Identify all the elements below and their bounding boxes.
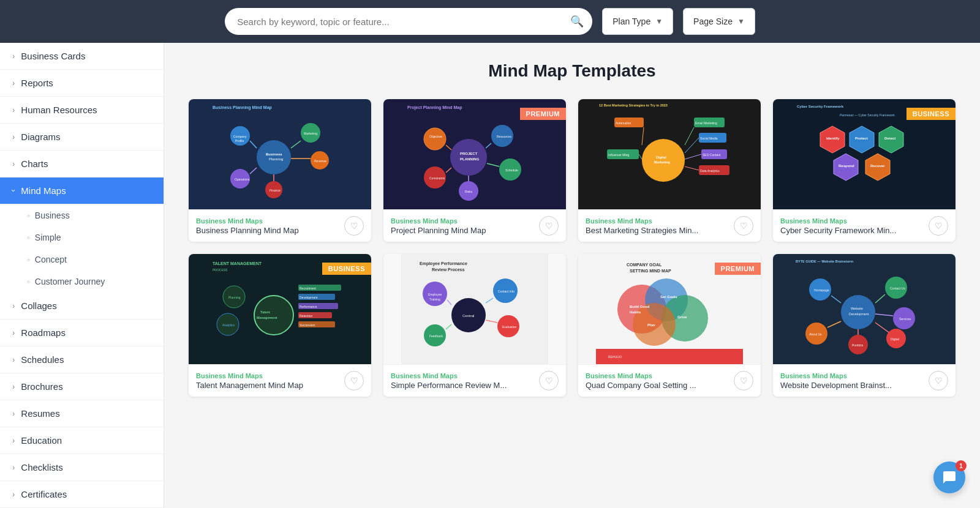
sidebar-subitem-concept[interactable]: ○ Concept <box>0 248 164 271</box>
card-info: Business Mind Maps Cyber Security Framew… <box>780 217 896 235</box>
svg-text:PROCESS: PROCESS <box>213 268 228 272</box>
template-grid: Business Planning Mind Map Business Plan… <box>189 99 956 397</box>
template-card[interactable]: BUSINESS TALENT MANAGEMENT PROCESS Talen… <box>189 254 371 397</box>
card-footer: Business Mind Maps Project Planning Mind… <box>383 209 566 242</box>
sidebar-item-collages[interactable]: › Collages <box>0 293 164 319</box>
sub-item-label: Concept <box>35 255 67 264</box>
sidebar-item-label: Roadmaps <box>21 327 66 338</box>
sidebar-item-label: Checklists <box>21 462 62 473</box>
svg-text:Marketing: Marketing <box>304 132 317 135</box>
content-area: Mind Map Templates Business Planning Min… <box>164 43 980 508</box>
favorite-button[interactable]: ♡ <box>344 216 364 236</box>
sidebar-item-brochures[interactable]: › Brochures <box>0 373 164 400</box>
sidebar-subitem-business[interactable]: ○ Business <box>0 204 164 226</box>
svg-line-51 <box>685 154 701 159</box>
sidebar-item-label: Brochures <box>21 381 62 392</box>
svg-line-16 <box>250 168 257 174</box>
card-info: Business Mind Maps Simple Performance Re… <box>391 372 507 390</box>
card-footer: Business Mind Maps Quad Company Goal Set… <box>578 364 761 397</box>
favorite-button[interactable]: ♡ <box>929 371 948 390</box>
sidebar-item-certificates[interactable]: › Certificates <box>0 481 164 508</box>
sidebar-item-human-resources[interactable]: › Human Resources <box>0 97 164 124</box>
svg-text:Plan: Plan <box>647 323 655 327</box>
svg-text:Social Media: Social Media <box>700 136 718 140</box>
sidebar-subitem-simple[interactable]: ○ Simple <box>0 226 164 248</box>
template-card[interactable]: Employee Performance Review Process Cent… <box>383 254 566 397</box>
template-card[interactable]: 12 Best Marketing Strategies to Try in 2… <box>578 99 761 242</box>
svg-text:Recruitment: Recruitment <box>300 286 317 290</box>
svg-line-57 <box>642 127 644 145</box>
svg-text:Project Planning Mind Map: Project Planning Mind Map <box>407 105 462 110</box>
svg-text:TALENT MANAGEMENT: TALENT MANAGEMENT <box>213 261 262 266</box>
svg-text:Set Goals: Set Goals <box>660 295 677 299</box>
svg-text:Development: Development <box>300 296 318 299</box>
favorite-button[interactable]: ♡ <box>539 216 559 236</box>
svg-text:12 Best Marketing Strategies t: 12 Best Marketing Strategies to Try in 2… <box>599 103 668 107</box>
svg-text:REHULIO: REHULIO <box>608 355 622 359</box>
favorite-button[interactable]: ♡ <box>734 216 753 236</box>
svg-text:PLANNING: PLANNING <box>460 157 480 161</box>
card-info: Business Mind Maps Business Planning Min… <box>196 217 299 235</box>
svg-text:Schedule: Schedule <box>505 168 518 172</box>
svg-text:Detect: Detect <box>884 136 895 140</box>
svg-point-24 <box>424 128 446 150</box>
sub-item-label: Simple <box>35 233 61 242</box>
sidebar-item-diagrams[interactable]: › Diagrams <box>0 124 164 151</box>
chat-icon <box>942 470 957 485</box>
search-wrapper: 🔍 <box>225 8 592 35</box>
chevron-down-icon: ▼ <box>655 17 663 26</box>
card-category: Business Mind Maps <box>391 372 507 379</box>
svg-text:Operations: Operations <box>235 177 250 181</box>
sidebar-item-reports[interactable]: › Reports <box>0 70 164 97</box>
sidebar-item-education[interactable]: › Education <box>0 427 164 454</box>
card-footer: Business Mind Maps Best Marketing Strate… <box>578 209 761 242</box>
sidebar-item-label: Diagrams <box>21 132 60 142</box>
sidebar-item-roadmaps[interactable]: › Roadmaps <box>0 319 164 346</box>
search-input[interactable] <box>225 8 592 35</box>
sidebar-item-charts[interactable]: › Charts <box>0 151 164 177</box>
chevron-right-icon: › <box>12 409 15 418</box>
bullet-icon: ○ <box>27 213 30 219</box>
svg-text:Feedback: Feedback <box>429 334 443 338</box>
svg-line-54 <box>685 166 699 170</box>
template-card[interactable]: BYTE GUIDE — Website Brainstorm Website … <box>773 254 956 397</box>
template-card[interactable]: Business Planning Mind Map Business Plan… <box>189 99 371 242</box>
template-card[interactable]: PREMIUM Project Planning Mind Map PROJEC… <box>383 99 566 242</box>
svg-text:Review Process: Review Process <box>432 267 464 272</box>
card-thumbnail: Employee Performance Review Process Cent… <box>383 254 566 364</box>
svg-text:Talent: Talent <box>260 310 270 314</box>
chevron-right-icon: › <box>12 132 15 141</box>
chat-widget[interactable]: 1 <box>933 461 965 493</box>
sub-item-label: Business <box>35 211 70 220</box>
sidebar-item-checklists[interactable]: › Checklists <box>0 454 164 481</box>
sidebar-subitem-customer-journey[interactable]: ○ Customer Journey <box>0 271 164 293</box>
sidebar-item-label: Collages <box>21 301 56 311</box>
sidebar-item-resumes[interactable]: › Resumes <box>0 400 164 427</box>
sidebar-item-mind-maps[interactable]: › Mind Maps <box>0 177 164 204</box>
sidebar-item-business-cards[interactable]: › Business Cards <box>0 43 164 70</box>
sidebar-item-schedules[interactable]: › Schedules <box>0 346 164 373</box>
favorite-button[interactable]: ♡ <box>539 371 559 390</box>
chevron-right-icon: › <box>12 159 15 168</box>
svg-text:COMPANY GOAL: COMPANY GOAL <box>627 263 662 267</box>
svg-line-48 <box>685 138 699 153</box>
chevron-right-icon: › <box>12 463 15 472</box>
card-thumbnail: BYTE GUIDE — Website Brainstorm Website … <box>773 254 956 364</box>
svg-text:Protect: Protect <box>855 136 868 140</box>
favorite-button[interactable]: ♡ <box>929 216 948 236</box>
svg-text:Development: Development <box>849 312 869 316</box>
svg-text:Website: Website <box>851 307 863 310</box>
favorite-button[interactable]: ♡ <box>344 371 364 390</box>
svg-line-60 <box>639 154 642 159</box>
svg-text:Finance: Finance <box>270 189 281 192</box>
svg-text:Respond: Respond <box>839 164 854 168</box>
svg-text:Recover: Recover <box>870 164 885 168</box>
svg-text:Risks: Risks <box>465 190 473 193</box>
page-size-button[interactable]: Page Size ▼ <box>683 8 755 35</box>
card-category: Business Mind Maps <box>780 217 896 225</box>
svg-text:Evaluation: Evaluation <box>502 325 517 329</box>
template-card[interactable]: PREMIUM COMPANY GOAL SETTING MIND MAP Bu… <box>578 254 761 397</box>
favorite-button[interactable]: ♡ <box>734 371 753 390</box>
template-card[interactable]: BUSINESS Cyber Security Framework Identi… <box>773 99 956 242</box>
plan-type-button[interactable]: Plan Type ▼ <box>602 8 673 35</box>
